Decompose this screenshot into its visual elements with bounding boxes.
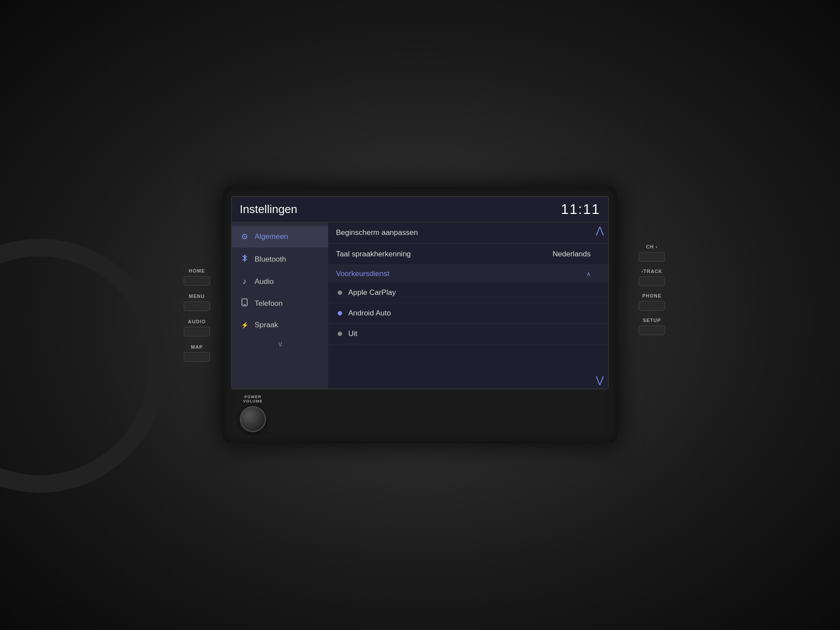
section-chevron-up-icon: ∧ <box>586 270 591 277</box>
setup-button-group: SETUP <box>639 318 665 335</box>
screen-body: ⚙ Algemeen Bluetooth ♪ Audio <box>232 222 608 388</box>
phone-button-group: PHONE <box>639 293 665 311</box>
menu-item-spraak[interactable]: ⚡ Spraak <box>232 315 328 336</box>
ch-button[interactable] <box>639 252 665 262</box>
menu-label: MENU <box>189 294 205 299</box>
audio-label: AUDIO <box>188 319 206 324</box>
chevron-down-icon: ∨ <box>277 339 283 349</box>
scroll-arrows: ⋀ ⋁ <box>596 222 604 388</box>
menu-label-algemeen: Algemeen <box>255 232 288 241</box>
track-button[interactable] <box>639 276 665 286</box>
taal-value: Nederlands <box>553 250 591 259</box>
audio-button[interactable] <box>184 327 210 336</box>
taal-label: Taal spraakherkenning <box>336 250 411 259</box>
gear-icon: ⚙ <box>240 232 249 242</box>
radio-android-auto <box>338 311 342 315</box>
music-icon: ♪ <box>240 277 249 286</box>
menu-label-telefoon: Telefoon <box>255 299 283 308</box>
physical-buttons-right: CH › ‹TRACK PHONE SETUP <box>639 244 665 335</box>
scroll-down-icon[interactable]: ⋁ <box>596 375 604 385</box>
physical-buttons-left: HOME MENU AUDIO MAP <box>184 268 210 362</box>
radio-apple-carplay <box>338 290 342 295</box>
bluetooth-icon <box>240 254 249 265</box>
menu-item-telefoon[interactable]: Telefoon <box>232 292 328 315</box>
screen-title: Instellingen <box>240 203 298 216</box>
settings-right-content: Beginscherm aanpassen Taal spraakherkenn… <box>328 222 608 388</box>
option-label-uit: Uit <box>348 329 357 338</box>
option-android-auto[interactable]: Android Auto <box>328 303 608 324</box>
home-button[interactable] <box>184 276 210 286</box>
bottom-controls: POWER VOLUME <box>231 389 609 432</box>
beginscherm-row[interactable]: Beginscherm aanpassen <box>328 222 608 244</box>
setup-label: SETUP <box>643 318 661 323</box>
menu-label-spraak: Spraak <box>255 321 278 329</box>
track-label: ‹TRACK <box>641 269 662 274</box>
phone-icon <box>240 298 249 308</box>
ch-button-group: CH › <box>639 244 665 262</box>
home-label: HOME <box>189 268 205 273</box>
map-button[interactable] <box>184 352 210 362</box>
menu-item-algemeen[interactable]: ⚙ Algemeen <box>232 226 328 248</box>
option-apple-carplay[interactable]: Apple CarPlay <box>328 283 608 303</box>
voice-icon: ⚡ <box>240 322 249 329</box>
screen-time: 11:11 <box>561 201 600 217</box>
car-interior: HOME MENU AUDIO MAP CH › ‹TRA <box>0 0 840 630</box>
menu-scroll-down[interactable]: ∨ <box>232 336 328 352</box>
menu-button[interactable] <box>184 301 210 311</box>
option-label-apple-carplay: Apple CarPlay <box>348 288 396 297</box>
ch-label: CH › <box>646 244 658 249</box>
voorkeursdienst-label: Voorkeursdienst <box>336 270 389 278</box>
head-unit: HOME MENU AUDIO MAP CH › ‹TRA <box>223 187 617 443</box>
menu-label-bluetooth: Bluetooth <box>255 255 286 264</box>
menu-item-bluetooth[interactable]: Bluetooth <box>232 248 328 271</box>
scroll-up-icon[interactable]: ⋀ <box>596 226 604 235</box>
infotainment-screen: Instellingen 11:11 ⚙ Algemeen <box>231 196 609 389</box>
map-button-group: MAP <box>184 344 210 362</box>
menu-button-group: MENU <box>184 294 210 311</box>
track-button-group: ‹TRACK <box>639 269 665 286</box>
screen-header: Instellingen 11:11 <box>232 197 608 222</box>
settings-left-menu: ⚙ Algemeen Bluetooth ♪ Audio <box>232 222 328 388</box>
setup-button[interactable] <box>639 326 665 335</box>
option-label-android-auto: Android Auto <box>348 309 391 318</box>
power-volume-knob[interactable] <box>240 406 266 432</box>
map-label: MAP <box>191 344 203 350</box>
phone-label: PHONE <box>642 293 662 298</box>
home-button-group: HOME <box>184 268 210 286</box>
voorkeursdienst-section[interactable]: Voorkeursdienst ∧ <box>328 265 608 283</box>
audio-button-group: AUDIO <box>184 319 210 336</box>
radio-uit <box>338 332 342 336</box>
menu-item-audio[interactable]: ♪ Audio <box>232 271 328 292</box>
menu-label-audio: Audio <box>255 277 273 286</box>
phone-button[interactable] <box>639 301 665 311</box>
taal-row[interactable]: Taal spraakherkenning Nederlands <box>328 244 608 265</box>
power-volume-group: POWER VOLUME <box>240 395 266 432</box>
power-volume-label: POWER VOLUME <box>243 395 263 403</box>
option-uit[interactable]: Uit <box>328 324 608 344</box>
beginscherm-label: Beginscherm aanpassen <box>336 228 418 237</box>
